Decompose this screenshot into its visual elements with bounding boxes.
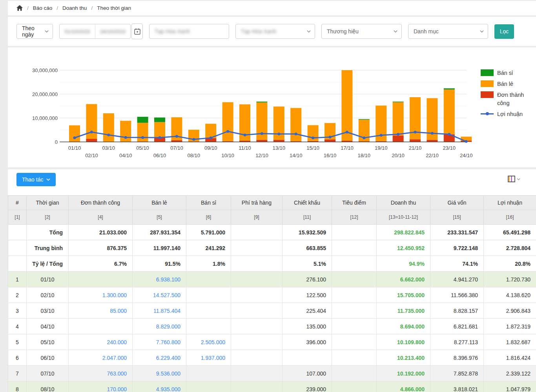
category-select[interactable]: Danh mục: [408, 24, 488, 39]
summary-cell: 65.491.298: [484, 225, 536, 240]
table-cell: 2.505.000: [186, 334, 231, 350]
chart-section: 010,000,00020,000,00030,000,00001/1002/1…: [8, 47, 536, 167]
table-cell: 6.821.681: [430, 319, 484, 334]
value-link[interactable]: 1.937.000: [201, 355, 225, 361]
product-select-value: Tạp Hóa Xanh: [241, 28, 276, 34]
table-cell: [231, 319, 283, 334]
breadcrumb-doanh-thu[interactable]: Doanh thu: [62, 5, 87, 11]
svg-text:08/10: 08/10: [188, 152, 201, 158]
value-link[interactable]: 170.000: [107, 386, 127, 392]
value-link[interactable]: 85.000: [110, 308, 127, 314]
value-link[interactable]: 14.527.500: [153, 292, 180, 298]
column-header[interactable]: Bán lẻ: [133, 196, 186, 210]
value-link[interactable]: 763.000: [107, 370, 127, 377]
column-header[interactable]: Phí trả hàng: [231, 196, 283, 210]
column-header[interactable]: Lợi nhuận: [484, 196, 536, 210]
value-link[interactable]: 6.938.100: [156, 276, 180, 283]
value-link[interactable]: 7.760.800: [156, 339, 180, 345]
summary-cell: 74.1%: [430, 256, 484, 272]
chevron-down-icon: [307, 30, 311, 33]
column-header[interactable]: Chiết khấu: [283, 196, 332, 210]
legend-label: Bán sỉ: [497, 69, 513, 77]
table-cell: 135.000: [283, 319, 332, 334]
summary-cell: 241.292: [186, 240, 231, 256]
value-link[interactable]: 6.229.400: [156, 355, 180, 361]
table-cell: 8.694.000: [377, 319, 430, 334]
table-cell: 4.941.270: [430, 272, 484, 287]
breadcrumb-separator: /: [57, 5, 58, 11]
actions-button[interactable]: Thao tác: [16, 173, 56, 186]
filter-button[interactable]: Lọc: [494, 24, 514, 39]
svg-text:05/10: 05/10: [136, 145, 149, 151]
value-link[interactable]: 9.536.000: [156, 370, 180, 377]
value-link[interactable]: 2.505.000: [201, 339, 225, 345]
summary-cell: 5.1%: [283, 256, 332, 272]
table-cell: 4.866.000: [377, 381, 430, 392]
breadcrumb-theo-thoi-gian[interactable]: Theo thời gian: [97, 5, 131, 11]
chevron-down-icon: [45, 30, 49, 33]
table-cell: [231, 366, 283, 381]
column-header[interactable]: Giá vốn: [430, 196, 484, 210]
table-cell: 4: [8, 319, 27, 334]
report-table: #Thời gianĐơn thành côngBán lẻBán sỉPhí …: [8, 195, 536, 392]
svg-text:14/10: 14/10: [290, 152, 303, 158]
table-row: 303/1085.00011.875.404225.40411.735.0008…: [8, 303, 536, 319]
summary-row: Tỷ lệ / Tổng6.7%91.5%1.8%5.1%94.9%74.1%2…: [8, 256, 536, 272]
svg-text:07/10: 07/10: [170, 145, 183, 151]
value-link[interactable]: 8.829.000: [156, 323, 180, 330]
table-cell: 5: [8, 334, 27, 350]
table-cell: [186, 303, 231, 319]
summary-cell: 15.932.509: [283, 225, 332, 240]
column-header[interactable]: Bán sỉ: [186, 196, 231, 210]
table-cell: 08/10: [27, 381, 69, 392]
summary-cell: 233.331.547: [430, 225, 484, 240]
value-link[interactable]: 11.875.404: [153, 308, 180, 314]
table-cell: 6: [8, 350, 27, 366]
date-from-value: 01/10/2023: [60, 29, 95, 34]
column-header[interactable]: Đơn thành công: [69, 196, 133, 210]
summary-row: Trung bình876.37511.997.140241.292663.85…: [8, 240, 536, 256]
column-header[interactable]: Tiêu điểm: [332, 196, 377, 210]
chevron-down-icon: [480, 30, 484, 33]
brand-select[interactable]: Thương hiệu: [321, 24, 402, 39]
breadcrumb-separator: /: [91, 5, 93, 11]
date-range-input[interactable]: 01/10/2023 24/10/2023: [59, 24, 131, 39]
breadcrumb-bao-cao[interactable]: Báo cáo: [33, 5, 53, 11]
column-picker-button[interactable]: [508, 176, 520, 182]
value-link[interactable]: 240.000: [107, 339, 127, 345]
table-row: 202/101.300.00014.527.500122.50015.705.0…: [8, 287, 536, 303]
table-cell: 11.875.404: [133, 303, 186, 319]
home-icon[interactable]: [16, 5, 23, 11]
calendar-button[interactable]: [131, 24, 143, 39]
chevron-down-icon: [394, 30, 397, 33]
table-cell: 01/10: [27, 272, 69, 287]
period-select[interactable]: Theo ngày: [16, 24, 53, 39]
svg-text:10/10: 10/10: [221, 152, 234, 158]
table-cell: [231, 350, 283, 366]
table-cell: 2: [8, 287, 27, 303]
table-row: 505/10240.0007.760.8002.505.000396.00010…: [8, 334, 536, 350]
table-cell: 8.828.157: [430, 303, 484, 319]
summary-cell: [231, 256, 283, 272]
column-header[interactable]: Doanh thu: [377, 196, 430, 210]
column-header[interactable]: #: [8, 196, 27, 210]
column-index: [2]: [27, 210, 69, 225]
summary-cell: 287.931.354: [133, 225, 186, 240]
summary-cell: Tỷ lệ / Tổng: [27, 256, 69, 272]
value-link[interactable]: 2.047.000: [102, 355, 127, 361]
column-header[interactable]: Thời gian: [27, 196, 69, 210]
value-link[interactable]: 1.300.000: [102, 292, 127, 298]
table-cell: [332, 366, 377, 381]
table-cell: 1.300.000: [69, 287, 133, 303]
product-select[interactable]: Tạp Hóa Xanh: [235, 24, 315, 39]
chevron-down-icon: [46, 178, 50, 181]
table-cell: [332, 272, 377, 287]
table-cell: [69, 272, 133, 287]
legend-color-swatch: [481, 80, 494, 87]
column-index: [4]: [69, 210, 133, 225]
legend-line-swatch: [481, 111, 494, 117]
product-search-input[interactable]: Tạp Hóa Xanh: [149, 24, 229, 39]
legend-color-swatch: [481, 69, 494, 76]
table-cell: 2.047.000: [69, 350, 133, 366]
value-link[interactable]: 4.935.000: [156, 386, 180, 392]
